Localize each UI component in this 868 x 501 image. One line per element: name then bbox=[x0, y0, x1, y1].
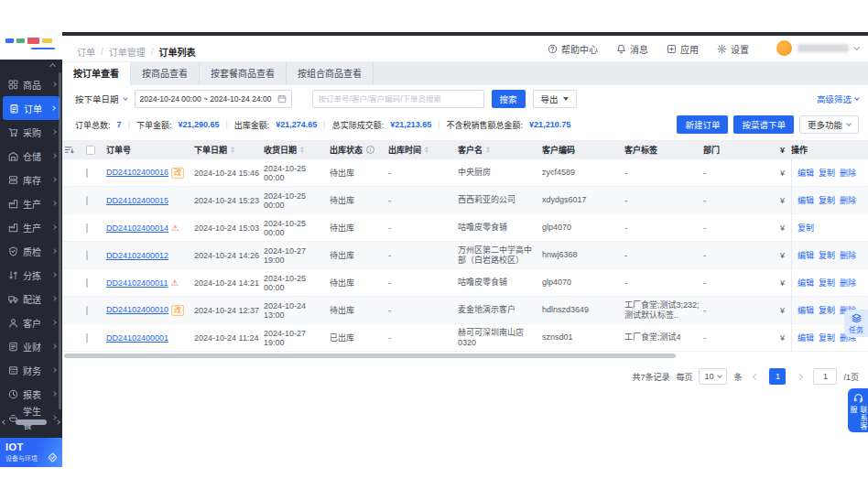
sidebar-item-reports[interactable]: 报表 bbox=[0, 382, 62, 406]
tab-by-product[interactable]: 按商品查看 bbox=[131, 62, 200, 85]
sidebar-item-sorting[interactable]: 分拣 bbox=[0, 263, 62, 287]
topbar-help-center-button[interactable]: 帮助中心 bbox=[548, 42, 598, 56]
search-input[interactable] bbox=[312, 90, 484, 108]
sidebar-item-inventory[interactable]: 库存 bbox=[0, 168, 62, 191]
summary-value: ¥21,213.65 bbox=[390, 120, 431, 129]
sidebar-horizontal-scrollbar[interactable] bbox=[3, 418, 60, 426]
page-jump-input[interactable]: 1 bbox=[813, 368, 837, 385]
table-horizontal-scrollbar[interactable] bbox=[64, 353, 864, 359]
search-button[interactable]: 搜索 bbox=[492, 90, 526, 108]
tab-by-package[interactable]: 按套餐商品查看 bbox=[200, 62, 287, 85]
sidebar-item-finance[interactable]: 财务 bbox=[0, 358, 62, 382]
action-link[interactable]: 复制 bbox=[819, 332, 835, 343]
action-link[interactable]: 复制 bbox=[819, 304, 835, 316]
col-department: 部门 bbox=[703, 144, 780, 156]
topbar-apps-button[interactable]: 应用 bbox=[667, 42, 699, 56]
sidebar-item-warehouse[interactable]: 仓储 bbox=[0, 144, 62, 168]
topbar-messages-button[interactable]: 消息 bbox=[616, 42, 648, 56]
row-checkbox[interactable] bbox=[86, 223, 88, 233]
summary-value: ¥21,290.65 bbox=[178, 120, 219, 129]
next-page-button[interactable] bbox=[792, 369, 807, 384]
date-field-select[interactable]: 按下单日期 bbox=[75, 93, 127, 105]
iot-widget[interactable]: IOT 设备与环境 bbox=[0, 438, 62, 467]
sidebar-item-production[interactable]: 生产 bbox=[0, 191, 62, 215]
new-order-button[interactable]: 新建订单 bbox=[677, 115, 728, 134]
sort-icon[interactable] bbox=[425, 147, 429, 153]
sort-icon[interactable] bbox=[231, 147, 234, 153]
sort-icon[interactable] bbox=[486, 147, 490, 153]
sidebar-item-production-2[interactable]: 生产 bbox=[0, 215, 62, 239]
action-link[interactable]: 删除 bbox=[840, 277, 856, 289]
row-checkbox[interactable] bbox=[86, 278, 88, 288]
action-link[interactable]: 编辑 bbox=[797, 277, 814, 289]
page-size-select[interactable]: 10 bbox=[699, 368, 727, 385]
action-link[interactable]: 删除 bbox=[840, 249, 856, 261]
order-no-link[interactable]: DD24102400001 bbox=[106, 333, 168, 343]
avatar[interactable] bbox=[776, 40, 792, 56]
col-customer[interactable]: 客户名 bbox=[458, 144, 542, 156]
action-link[interactable]: 编辑 bbox=[797, 167, 814, 179]
breadcrumb-link[interactable]: 订单管理 bbox=[109, 45, 146, 59]
action-link[interactable]: 复制 bbox=[819, 194, 835, 206]
customer-code-cell: hnwj6368 bbox=[542, 250, 624, 260]
scroll-left-icon[interactable] bbox=[2, 419, 7, 425]
sidebar-item-quality[interactable]: 质检 bbox=[0, 239, 62, 263]
sidebar-item-goods[interactable]: 商品 bbox=[0, 72, 62, 96]
breadcrumb-link[interactable]: 订单 bbox=[77, 45, 95, 59]
row-checkbox[interactable] bbox=[86, 333, 88, 343]
action-link[interactable]: 编辑 bbox=[797, 304, 814, 316]
col-order_no: 订单号 bbox=[106, 144, 194, 156]
sidebar-item-purchase[interactable]: 采购 bbox=[0, 120, 62, 144]
action-link[interactable]: 编辑 bbox=[797, 194, 814, 206]
col-delivery_date[interactable]: 收货日期 bbox=[264, 144, 330, 156]
order-no-link[interactable]: DD24102400014 bbox=[106, 223, 168, 233]
scroll-right-icon[interactable] bbox=[55, 419, 60, 425]
order-no-link[interactable]: DD24102400015 bbox=[106, 196, 168, 205]
advanced-filter-toggle[interactable]: 高级筛选 bbox=[817, 93, 859, 105]
user-menu[interactable] bbox=[776, 40, 859, 56]
action-link[interactable]: 编辑 bbox=[797, 249, 814, 261]
row-checkbox[interactable] bbox=[86, 196, 88, 205]
sidebar-item-orders[interactable]: 订单 bbox=[3, 96, 60, 120]
sidebar-item-customers[interactable]: 客户 bbox=[0, 310, 62, 334]
scrollbar-thumb[interactable] bbox=[16, 419, 47, 425]
brand-logo[interactable] bbox=[0, 32, 62, 60]
breadcrumb-current: 订单列表 bbox=[159, 45, 196, 59]
order-no-link[interactable]: DD24102400012 bbox=[106, 251, 168, 260]
row-checkbox[interactable] bbox=[86, 306, 88, 315]
topbar-settings-button[interactable]: 设置 bbox=[717, 42, 749, 56]
contact-support-button[interactable]: 联系客服 bbox=[848, 388, 868, 432]
col-order_date[interactable]: 下单日期 bbox=[194, 144, 264, 156]
sort-icon[interactable] bbox=[300, 147, 304, 153]
action-link[interactable]: 复制 bbox=[819, 167, 835, 179]
tasks-floating-button[interactable]: 任务 bbox=[844, 310, 868, 337]
row-checkbox[interactable] bbox=[86, 169, 88, 178]
action-link[interactable]: 复制 bbox=[797, 222, 814, 234]
sidebar-collapse-button[interactable] bbox=[0, 60, 62, 71]
order-no-link[interactable]: DD24102400010 bbox=[106, 305, 168, 314]
order-no-link[interactable]: DD24102400011 bbox=[106, 278, 168, 288]
order-no-link[interactable]: DD24102400016 bbox=[106, 168, 168, 177]
col-ship_time[interactable]: 出库时间 bbox=[388, 144, 458, 156]
sidebar-item-biz-finance[interactable]: 业财 bbox=[0, 334, 62, 358]
amount-clipped-cell: ¥ bbox=[780, 169, 791, 178]
tab-by-order[interactable]: 按订单查看 bbox=[62, 62, 131, 85]
action-link[interactable]: 复制 bbox=[819, 249, 835, 261]
sidebar-vertical-scrollbar[interactable] bbox=[59, 72, 61, 409]
export-button[interactable]: 导出 bbox=[533, 90, 577, 108]
action-link[interactable]: 删除 bbox=[840, 167, 856, 179]
tab-by-combo[interactable]: 按组合商品查看 bbox=[287, 62, 374, 85]
column-settings-button[interactable] bbox=[64, 145, 86, 155]
action-link[interactable]: 删除 bbox=[840, 194, 856, 206]
more-actions-button[interactable]: 更多功能 bbox=[799, 115, 859, 134]
scrollbar-thumb[interactable] bbox=[64, 354, 676, 358]
select-all-checkbox[interactable] bbox=[86, 146, 95, 155]
action-link[interactable]: 编辑 bbox=[797, 332, 814, 343]
page-1-button[interactable]: 1 bbox=[769, 368, 786, 385]
row-checkbox[interactable] bbox=[86, 251, 88, 260]
recipe-order-button[interactable]: 按菜谱下单 bbox=[733, 115, 794, 134]
sidebar-item-delivery[interactable]: 配送 bbox=[0, 287, 62, 310]
prev-page-button[interactable] bbox=[748, 369, 763, 384]
date-range-input[interactable]: 2024-10-24 00:00 ~ 2024-10-24 24:00 bbox=[135, 90, 292, 108]
action-link[interactable]: 复制 bbox=[819, 277, 835, 289]
